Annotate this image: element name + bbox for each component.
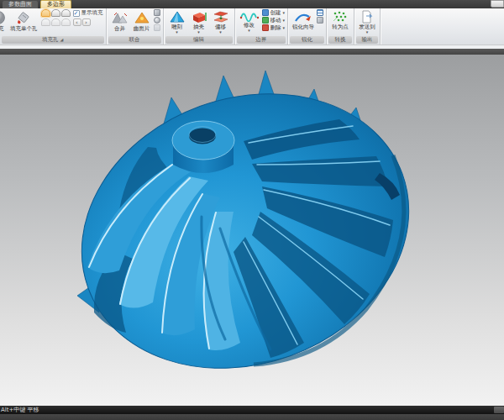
send-to-button[interactable]: 发送到 ▾ <box>357 9 377 34</box>
combine-extra-icon-1[interactable] <box>154 9 160 16</box>
group-label-boundary-text: 边界 <box>255 36 266 44</box>
boundary-delete-button[interactable]: 删除 ▾ <box>262 24 286 31</box>
tab-parametric-surface[interactable]: 参数曲面 <box>3 1 38 8</box>
boundary-delete-caret-icon: ▾ <box>283 26 286 29</box>
merge-icon <box>111 10 129 25</box>
group-label-combine-text: 联合 <box>129 36 140 44</box>
boundary-delete-icon <box>262 24 269 31</box>
resize-grip[interactable] <box>494 407 504 413</box>
group-label-output-text: 输出 <box>362 36 373 44</box>
next-hole-button[interactable]: › <box>82 18 91 26</box>
fill-all-button[interactable]: 填充 <box>0 9 8 33</box>
dialog-launcher-icon[interactable]: ◢ <box>60 38 64 42</box>
status-hint: Alt+中键 平移 <box>1 407 39 413</box>
group-label-output: 输出 <box>356 36 378 44</box>
send-to-caret-icon[interactable]: ▾ <box>366 30 369 34</box>
sharpen-extra-icon-2[interactable] <box>317 17 323 24</box>
ribbon: 填充 填充单个孔 <box>0 8 504 45</box>
fill-single-hole-icon <box>15 10 32 25</box>
boundary-modify-caret-icon[interactable]: ▾ <box>248 29 250 32</box>
impeller-light-blades <box>87 164 240 350</box>
group-fill-holes: 填充 填充单个孔 <box>0 8 107 45</box>
group-label-combine: 联合 <box>108 36 161 44</box>
boundary-move-label: 移动 <box>270 17 281 24</box>
corner-button[interactable] <box>491 0 504 8</box>
group-sharpen: 锐化向导 锐化 <box>288 8 327 45</box>
sculpt-button[interactable]: 雕刻 ▾ <box>166 9 188 34</box>
send-to-icon <box>359 10 375 24</box>
fill-mode-bridge-icon[interactable] <box>61 18 71 26</box>
offset-button[interactable]: 偏移 ▾ <box>210 9 232 34</box>
hole-type-row-1 <box>41 9 71 17</box>
boundary-create-button[interactable]: 创建 ▾ <box>262 9 286 16</box>
bottom-bar <box>0 414 504 420</box>
combine-extra-icon-2[interactable] <box>154 17 160 24</box>
hole-type-flat-icon[interactable] <box>61 9 71 17</box>
boundary-delete-label: 删除 <box>270 24 281 31</box>
group-label-sharpen-text: 锐化 <box>302 36 312 44</box>
fill-mode-partial-icon[interactable] <box>51 18 60 26</box>
group-edit-body: 雕刻 ▾ 抽壳 ▾ 偏移 ▾ <box>165 8 234 36</box>
group-fill-holes-body: 填充 填充单个孔 <box>1 8 105 36</box>
hole-options-column: ✓ 显示填充 ‹ › <box>73 9 103 26</box>
boundary-create-label: 创建 <box>270 9 281 16</box>
sharpen-wizard-icon <box>293 10 313 24</box>
show-fill-label: 显示填充 <box>81 9 103 17</box>
boundary-move-button[interactable]: 移动 ▾ <box>262 17 286 24</box>
group-sharpen-body: 锐化向导 <box>289 8 325 36</box>
show-fill-row: ✓ 显示填充 <box>73 9 103 17</box>
combine-extra-icon-3[interactable] <box>154 24 160 31</box>
fill-all-label: 填充 <box>0 26 4 32</box>
to-points-button[interactable]: 转为点 <box>329 9 351 31</box>
sculpt-caret-icon[interactable]: ▾ <box>176 30 178 34</box>
sharpen-extra-tools <box>317 9 323 24</box>
group-label-edit-text: 编辑 <box>193 36 204 44</box>
boundary-move-caret-icon: ▾ <box>283 18 286 22</box>
impeller-rim-shade <box>254 155 404 365</box>
hole-nav-row: ‹ › <box>73 18 103 26</box>
group-boundary: 修改 ▾ 创建 ▾ 移动 ▾ 删除 ▾ <box>235 8 289 45</box>
shell-caret-icon[interactable]: ▾ <box>197 30 200 34</box>
hole-type-tangent-icon[interactable] <box>51 9 60 17</box>
boundary-move-icon <box>262 17 269 24</box>
group-convert: 转为点 转换 <box>327 8 354 45</box>
hole-type-panel: ✓ 显示填充 ‹ › <box>41 9 103 26</box>
group-label-fill-holes-text: 填充孔 <box>42 36 59 44</box>
impeller-disc <box>43 55 448 406</box>
group-label-edit: 编辑 <box>165 36 233 44</box>
group-output: 发送到 ▾ 输出 <box>354 8 381 45</box>
show-fill-checkbox[interactable]: ✓ <box>73 10 80 17</box>
merge-button[interactable]: 合并 <box>109 9 131 33</box>
group-edit: 雕刻 ▾ 抽壳 ▾ 偏移 ▾ <box>164 8 235 45</box>
hole-fill-mode-row <box>41 18 71 26</box>
viewport-3d[interactable] <box>0 55 504 406</box>
impeller-blade-tips <box>77 71 368 312</box>
group-label-convert-text: 转换 <box>335 36 346 44</box>
combine-extra-tools <box>154 9 160 31</box>
to-points-label: 转为点 <box>332 24 349 30</box>
to-points-icon <box>331 10 349 24</box>
tab-strip: 参数曲面 多边形 <box>0 0 504 8</box>
sharpen-extra-icon-1[interactable] <box>317 9 323 16</box>
group-combine-body: 合并 曲面片 <box>108 8 162 36</box>
merge-label: 合并 <box>114 26 125 32</box>
group-combine: 合并 曲面片 联合 <box>107 8 164 45</box>
boundary-modify-button[interactable]: 修改 ▾ <box>238 9 261 33</box>
boundary-small-buttons: 创建 ▾ 移动 ▾ 删除 ▾ <box>262 9 286 31</box>
fill-mode-complete-icon[interactable] <box>41 18 50 26</box>
offset-caret-icon[interactable]: ▾ <box>219 30 222 34</box>
group-label-fill-holes: 填充孔 ◢ <box>2 36 104 44</box>
impeller-hub <box>172 121 234 173</box>
boundary-create-icon <box>262 9 269 16</box>
tab-polygons[interactable]: 多边形 <box>40 0 71 8</box>
sharpen-wizard-button[interactable]: 锐化向导 <box>291 9 316 31</box>
prev-hole-button[interactable]: ‹ <box>73 18 81 26</box>
shell-button[interactable]: 抽壳 ▾ <box>188 9 210 34</box>
offset-icon <box>212 10 230 24</box>
group-output-body: 发送到 ▾ <box>355 8 379 36</box>
hole-type-curvature-icon[interactable] <box>41 9 50 17</box>
fill-single-hole-button[interactable]: 填充单个孔 <box>8 9 39 33</box>
shell-icon <box>190 10 208 24</box>
patch-button[interactable]: 曲面片 <box>131 9 153 33</box>
impeller-dark-channels <box>94 119 400 358</box>
